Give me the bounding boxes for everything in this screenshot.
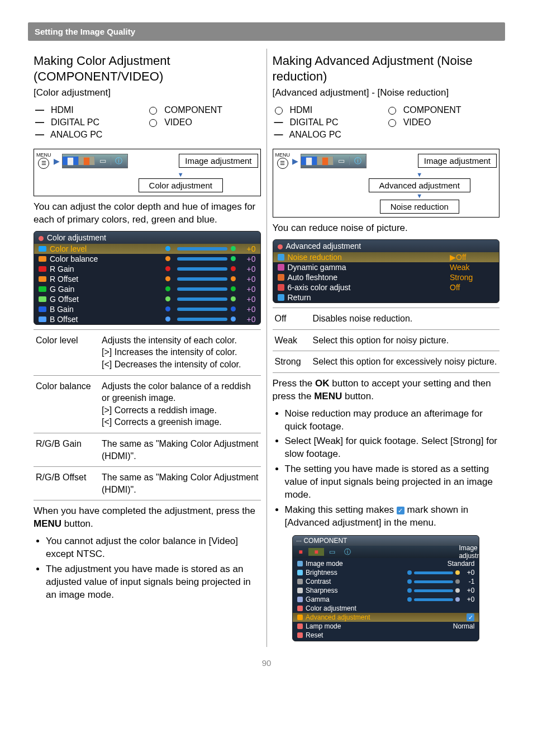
left-column: Making Color Adjustment (COMPONENT/VIDEO… [28,49,267,647]
screenshot-row: R Offset+0 [34,274,260,284]
right-bullets: Noise reduction may produce an afterimag… [273,408,500,530]
menu-flow-box: Color adjustment [139,178,223,192]
screenshot-image-adjustment-menu: ··· COMPONENT ■■▭ⓘ Image adjustment Imag… [292,535,479,641]
compat-item: — DIGITAL PC [34,117,147,127]
screenshot-row: Color level+0 [34,244,260,254]
left-paragraph-1: You can adjust the color depth and hue o… [34,201,261,226]
list-item: The setting you have made is stored as a… [285,463,500,502]
screenshot-row: Auto fleshtoneStrong [273,272,499,282]
screenshot-row: B Offset+0 [34,314,260,324]
compat-item: COMPONENT [147,105,260,115]
screenshot-row: G Gain+0 [34,284,260,294]
arrow-right-icon: ▶ [292,157,298,166]
check-icon: ✓ [467,613,474,621]
compat-item: — DIGITAL PC [273,117,386,127]
compat-grid-right: HDMI COMPONENT — DIGITAL PC VIDEO — ANAL… [273,104,500,141]
screenshot-row: Noise reduction▶Off [273,252,499,262]
menu-row: Sharpness+0 [293,586,479,595]
definitions-table-right: OffDisables noise reduction.WeakSelect t… [273,308,500,373]
screenshot-title: Color adjustment [34,231,260,244]
left-heading: Making Color Adjustment (COMPONENT/VIDEO… [34,53,261,84]
table-row: R/G/B GainThe same as "Making Color Adju… [34,433,261,467]
left-subheading: [Color adjustment] [34,87,261,98]
compat-item: VIDEO [147,117,260,127]
menu-row: Image modeStandard [293,559,479,568]
list-item: Noise reduction may produce an afterimag… [285,408,500,433]
compat-item: — HDMI [34,105,147,115]
menu-row: Reset [293,631,479,640]
page-header: Setting the Image Quality [28,22,505,41]
menu-row: Lamp modeNormal [293,622,479,631]
table-row: WeakSelect this option for noisy picture… [273,329,500,351]
menu-button-icon: MENU☰ [275,153,291,169]
menu-tab-icons: ▇▇▭ⓘ [301,154,367,168]
left-bullets: You cannot adjust the color balance in [… [34,535,261,602]
table-row: R/G/B OffsetThe same as "Making Color Ad… [34,467,261,500]
screenshot-row: Return [273,292,499,303]
table-row: Color balanceAdjusts the color balance o… [34,375,261,433]
menu2-titlebar: ··· COMPONENT [293,536,479,546]
right-column: Making Advanced Adjustment (Noise reduct… [267,49,506,647]
definitions-table-left: Color levelAdjusts the intensity of each… [34,329,261,501]
menu-row: Contrast-1 [293,577,479,586]
menu-row: Gamma+0 [293,595,479,604]
menu-flow-down: ▼ Advanced adjustment ▼ Noise reduction [342,171,497,214]
arrow-down-icon: ▼ [342,192,497,199]
table-row: Color levelAdjusts the intensity of each… [34,329,261,375]
list-item: Select [Weak] for quick footage. Select … [285,435,500,461]
left-paragraph-2: When you have completed the adjustment, … [34,505,261,531]
table-row: OffDisables noise reduction. [273,308,500,329]
screenshot-row: Dynamic gammaWeak [273,262,499,272]
menu-flow-left: MENU☰ ▶ ▇▇▭ⓘ Image adjustment ▼ Color ad… [34,149,261,196]
list-item: Making this setting makes ✓ mark shown i… [285,504,500,530]
compat-item: — ANALOG PC [273,130,386,140]
menu-tab-icons: ▇▇▭ⓘ [62,154,128,168]
menu2-label: Image adjustment [459,544,479,560]
right-paragraph-1: You can reduce noise of picture. [273,222,500,235]
screenshot-title: Advanced adjustment [273,240,499,252]
right-subheading: [Advanced adjustment] - [Noise reduction… [273,87,500,98]
compat-item: — ANALOG PC [34,130,147,140]
page: Setting the Image Quality Making Color A… [0,0,533,684]
page-number: 90 [28,658,505,668]
menu-row: Color adjustment [293,604,479,613]
screenshot-advanced-adjustment: Advanced adjustment Noise reduction▶OffD… [273,239,500,303]
table-row: StrongSelect this option for excessively… [273,351,500,373]
screenshot-row: 6-axis color adjustOff [273,282,499,292]
arrow-down-icon: ▼ [103,171,258,178]
screenshot-row: R Gain+0 [34,264,260,274]
list-item: The adjustment you have made is stored a… [46,563,261,602]
menu-flow-right: MENU☰ ▶ ▇▇▭ⓘ Image adjustment ▼ Advanced… [273,149,500,218]
menu-flow-down: ▼ Color adjustment [103,171,258,192]
screenshot-row: G Offset+0 [34,294,260,304]
menu-flow-box: Advanced adjustment [369,178,470,192]
right-paragraph-2: Press the OK button to accept your setti… [273,377,500,403]
menu-button-icon: MENU☰ [36,153,51,169]
menu-flow-box: Noise reduction [380,200,459,214]
menu-flow-label: Image adjustment [418,154,497,168]
arrow-right-icon: ▶ [54,157,60,166]
columns: Making Color Adjustment (COMPONENT/VIDEO… [28,49,505,647]
compat-item: HDMI [273,105,386,115]
check-icon: ✓ [397,507,404,514]
compat-grid-left: — HDMI COMPONENT — DIGITAL PC VIDEO — AN… [34,104,261,141]
screenshot-row: Color balance+0 [34,254,260,264]
menu2-icon-row: ■■▭ⓘ Image adjustment [293,546,479,558]
right-heading: Making Advanced Adjustment (Noise reduct… [273,53,500,84]
arrow-down-icon: ▼ [342,171,497,178]
screenshot-row: B Gain+0 [34,304,260,314]
menu-row: Brightness+0 [293,568,479,577]
compat-item: COMPONENT [386,105,499,115]
menu-flow-label: Image adjustment [179,154,258,168]
menu-row: Advanced adjustment✓ [293,613,479,622]
screenshot-color-adjustment: Color adjustment Color level+0Color bala… [34,231,261,325]
list-item: You cannot adjust the color balance in [… [46,535,261,561]
compat-item: VIDEO [386,117,499,127]
